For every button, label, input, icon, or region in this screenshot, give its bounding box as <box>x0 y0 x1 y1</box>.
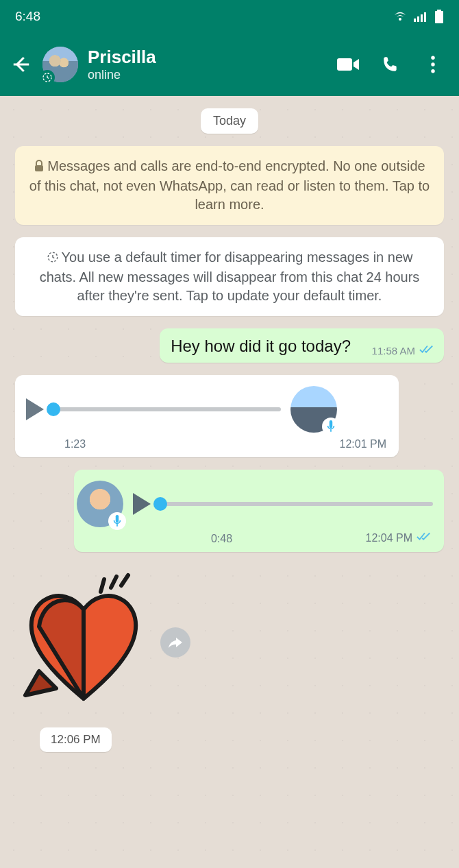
timer-icon <box>47 250 59 268</box>
encryption-text: Messages and calls are end-to-end encryp… <box>29 158 430 212</box>
voice-duration: 1:23 <box>64 438 86 450</box>
play-button[interactable] <box>133 493 151 515</box>
forward-button[interactable] <box>160 627 190 658</box>
svg-point-8 <box>431 56 434 60</box>
contact-info[interactable]: Priscilla online <box>88 47 322 82</box>
back-button[interactable] <box>10 53 33 76</box>
disappearing-timer-icon <box>40 70 55 85</box>
encryption-notice[interactable]: Messages and calls are end-to-end encryp… <box>15 146 444 225</box>
svg-point-9 <box>431 62 434 66</box>
chat-area[interactable]: Today Messages and calls are end-to-end … <box>0 96 459 868</box>
svg-rect-4 <box>437 10 441 11</box>
contact-avatar[interactable] <box>42 47 78 82</box>
svg-point-10 <box>431 69 434 73</box>
voice-message-out[interactable]: 0:48 12:04 PM <box>74 470 444 552</box>
sticker-message[interactable] <box>15 568 152 708</box>
chat-header: Priscilla online <box>0 33 459 96</box>
disappearing-text: You use a default timer for disappearing… <box>40 250 420 303</box>
svg-rect-7 <box>337 58 352 71</box>
message-time: 11:58 AM <box>372 345 415 357</box>
read-ticks-icon <box>417 531 432 545</box>
play-button[interactable] <box>26 398 44 420</box>
svg-rect-0 <box>414 19 416 22</box>
lock-icon <box>34 158 45 177</box>
battery-icon <box>434 10 444 23</box>
voice-duration: 0:48 <box>211 533 232 545</box>
contact-name: Priscilla <box>88 47 322 68</box>
signal-icon <box>414 11 427 22</box>
message-out-text[interactable]: Hey how did it go today? 11:58 AM <box>160 328 444 363</box>
svg-rect-2 <box>421 14 423 22</box>
voice-message-in[interactable]: 1:23 12:01 PM <box>15 375 399 457</box>
status-icons <box>393 10 444 23</box>
status-bar: 6:48 <box>0 0 459 33</box>
voice-call-button[interactable] <box>374 48 407 81</box>
svg-rect-5 <box>435 11 443 23</box>
voice-seek-track[interactable] <box>53 407 281 411</box>
seek-knob[interactable] <box>153 497 167 511</box>
message-time: 12:06 PM <box>40 727 112 752</box>
sender-avatar <box>77 481 123 527</box>
date-chip: Today <box>201 108 258 134</box>
wifi-icon <box>393 11 407 22</box>
voice-seek-track[interactable] <box>160 502 433 506</box>
contact-status: online <box>88 68 322 82</box>
sender-avatar <box>290 386 337 433</box>
heart-sticker-icon <box>15 568 152 706</box>
message-time: 12:01 PM <box>340 438 386 450</box>
svg-rect-14 <box>116 515 119 522</box>
more-options-button[interactable] <box>417 48 449 81</box>
clock: 6:48 <box>15 9 40 24</box>
mic-icon <box>322 418 340 435</box>
video-call-button[interactable] <box>332 48 364 81</box>
seek-knob[interactable] <box>47 402 60 416</box>
svg-rect-3 <box>424 12 426 22</box>
message-time: 12:04 PM <box>366 532 412 544</box>
mic-icon <box>108 512 126 530</box>
read-ticks-icon <box>419 344 434 357</box>
disappearing-notice[interactable]: You use a default timer for disappearing… <box>15 237 444 316</box>
svg-rect-1 <box>417 16 419 22</box>
svg-rect-11 <box>35 165 43 171</box>
svg-rect-13 <box>330 420 332 428</box>
